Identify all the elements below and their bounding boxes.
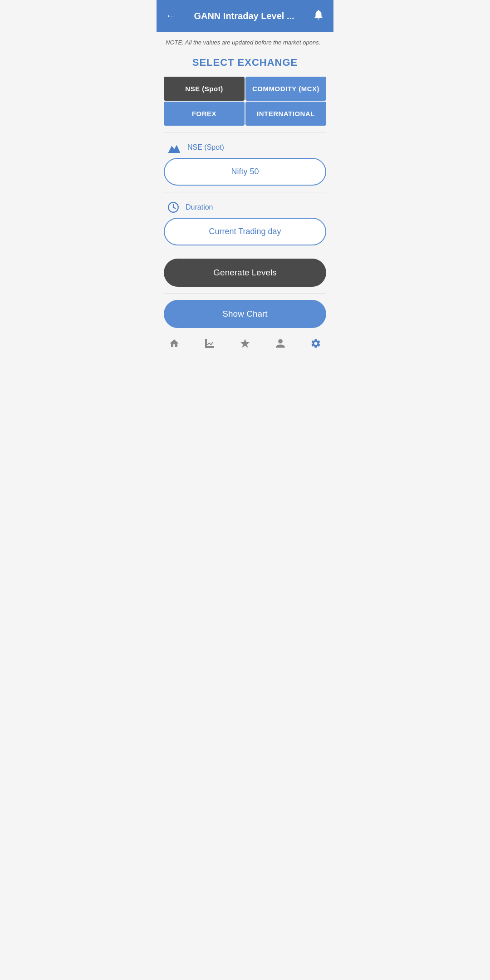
duration-section-row: Duration [157, 199, 333, 218]
svg-marker-0 [168, 145, 180, 152]
exchange-grid: NSE (Spot) COMMODITY (MCX) FOREX INTERNA… [164, 77, 326, 126]
duration-selector[interactable]: Current Trading day [164, 218, 326, 245]
back-icon[interactable]: ← [166, 10, 176, 22]
show-chart-button[interactable]: Show Chart [164, 300, 326, 328]
bottom-nav [157, 333, 333, 357]
bell-icon[interactable] [313, 9, 324, 23]
app-header: ← GANN Intraday Level ... [157, 0, 333, 32]
select-exchange-title: SELECT EXCHANGE [157, 50, 333, 77]
divider-2 [164, 192, 326, 192]
exchange-btn-mcx[interactable]: COMMODITY (MCX) [245, 77, 326, 101]
nav-chart-icon[interactable] [204, 338, 215, 352]
nav-star-icon[interactable] [240, 338, 250, 352]
duration-label: Duration [186, 203, 213, 211]
divider-4 [164, 293, 326, 294]
nav-home-icon[interactable] [169, 338, 180, 352]
header-title: GANN Intraday Level ... [180, 11, 308, 21]
instrument-selector[interactable]: Nifty 50 [164, 158, 326, 186]
exchange-btn-nse[interactable]: NSE (Spot) [164, 77, 245, 101]
instrument-label: NSE (Spot) [187, 143, 224, 152]
nav-settings-icon[interactable] [310, 338, 321, 352]
divider-1 [164, 132, 326, 132]
exchange-btn-forex[interactable]: FOREX [164, 102, 245, 126]
exchange-btn-international[interactable]: INTERNATIONAL [245, 102, 326, 126]
generate-levels-button[interactable]: Generate Levels [164, 259, 326, 287]
mountain-chart-icon [167, 142, 181, 153]
instrument-section-row: NSE (Spot) [157, 139, 333, 158]
divider-3 [164, 252, 326, 252]
nav-person-icon[interactable] [275, 338, 286, 352]
clock-icon [167, 201, 179, 213]
note-text: NOTE: All the values are updated before … [157, 32, 333, 50]
